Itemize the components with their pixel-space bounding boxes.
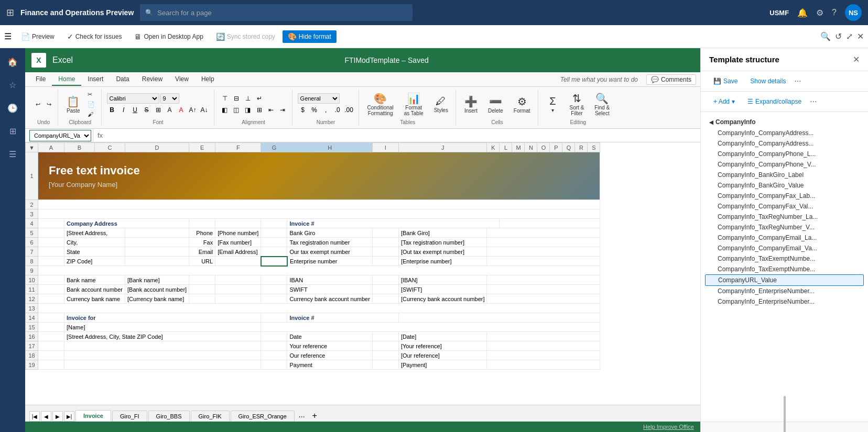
close-toolbar-icon[interactable]: ✕ <box>857 31 864 41</box>
cell-19a[interactable] <box>38 360 64 370</box>
cell-11i[interactable] <box>372 285 398 294</box>
align-top-button[interactable]: ⊤ <box>220 93 230 104</box>
refresh-icon[interactable]: ↺ <box>835 31 842 41</box>
merge-button[interactable]: ⊞ <box>254 105 265 115</box>
cell-styles-button[interactable]: 🖊 Styles <box>431 94 451 114</box>
tree-item-3[interactable]: CompanyInfo_CompanyPhone_V... <box>701 159 868 170</box>
indent-inc-button[interactable]: ⇥ <box>277 105 288 115</box>
tree-item-6[interactable]: CompanyInfo_CompanyFax_Lab... <box>701 191 868 201</box>
cell-16g[interactable] <box>261 332 287 341</box>
col-header-p[interactable]: P <box>550 143 562 152</box>
cell-5a[interactable] <box>38 228 64 238</box>
cell-5d[interactable] <box>125 228 189 238</box>
tree-item-1[interactable]: CompanyInfo_CompanyAddress... <box>701 138 868 149</box>
comments-button[interactable]: 💬 Comments <box>646 74 696 85</box>
tab-nav-prev[interactable]: ◀ <box>41 411 51 422</box>
cell-5i[interactable] <box>372 228 398 238</box>
tab-giro-fi[interactable]: Giro_FI <box>112 411 147 422</box>
cell-15a[interactable] <box>38 323 64 332</box>
cell-5f[interactable]: [Phone number] <box>215 228 261 238</box>
cell-5rest[interactable] <box>487 228 600 238</box>
panel-save-button[interactable]: 💾 Save <box>709 75 742 87</box>
cell-15b[interactable]: [Name] <box>64 323 261 332</box>
col-header-h[interactable]: H <box>287 143 372 152</box>
underline-button[interactable]: U <box>130 105 140 115</box>
tab-data[interactable]: Data <box>110 73 135 86</box>
italic-button[interactable]: I <box>118 105 129 115</box>
col-header-b[interactable]: B <box>64 143 95 152</box>
cell-11f[interactable] <box>215 285 261 294</box>
cell-6d[interactable] <box>125 238 189 247</box>
search-input[interactable] <box>157 9 407 17</box>
expand-collapse-button[interactable]: ☰ Expand/collapse <box>743 96 806 107</box>
tree-item-7[interactable]: CompanyInfo_CompanyFax_Val... <box>701 201 868 212</box>
cell-10b[interactable]: Bank name <box>64 275 125 285</box>
cell-19h[interactable]: Payment <box>287 360 372 370</box>
percent-button[interactable]: % <box>309 105 320 115</box>
cell-6e[interactable]: Fax <box>189 238 215 247</box>
cell-5e[interactable]: Phone <box>189 228 215 238</box>
col-header-i[interactable]: I <box>372 143 398 152</box>
cell-5b[interactable]: [Street Address, <box>64 228 125 238</box>
row-2-cell[interactable] <box>38 200 600 209</box>
cell-5h[interactable]: Bank Giro <box>287 228 372 238</box>
align-center-button[interactable]: ◫ <box>231 105 242 115</box>
cell-4h[interactable]: Invoice # <box>287 219 500 228</box>
cell-19i[interactable] <box>372 360 398 370</box>
insert-button[interactable]: ➕ Insert <box>461 94 481 115</box>
cell-17b[interactable] <box>64 341 261 351</box>
cell-11d[interactable]: [Bank account number] <box>125 285 189 294</box>
avatar[interactable]: NS <box>845 4 862 21</box>
tree-item-16[interactable]: CompanyInfo_EnterpriseNumber... <box>701 296 868 307</box>
copy-button[interactable]: 📄 <box>85 100 97 109</box>
cell-8e[interactable]: URL <box>189 257 215 266</box>
cell-12i[interactable] <box>372 294 398 304</box>
cell-19b[interactable] <box>64 360 261 370</box>
increase-decimal-button[interactable]: .00 <box>344 105 354 115</box>
cell-6i[interactable] <box>372 238 398 247</box>
col-header-f[interactable]: F <box>215 143 261 152</box>
cell-12g[interactable] <box>261 294 287 304</box>
sidebar-history-icon[interactable]: 🕒 <box>3 98 22 117</box>
comma-button[interactable]: , <box>321 105 331 115</box>
bold-button[interactable]: B <box>107 105 117 115</box>
sidebar-home-icon[interactable]: 🏠 <box>3 52 22 71</box>
format-painter-button[interactable]: 🖌 <box>85 110 97 118</box>
cell-16rest[interactable] <box>487 332 600 341</box>
sidebar-list-icon[interactable]: ☰ <box>3 145 22 163</box>
cell-8g-selected[interactable] <box>261 257 287 266</box>
open-desktop-button[interactable]: 🖥 Open in Desktop App <box>129 30 208 43</box>
search-toolbar-icon[interactable]: 🔍 <box>820 31 831 41</box>
cell-7f[interactable]: [Email Address] <box>215 247 261 257</box>
cell-10f[interactable] <box>215 275 261 285</box>
cell-10j[interactable]: [IBAN] <box>398 275 487 285</box>
cell-17rest[interactable] <box>487 341 600 351</box>
redo-button[interactable]: ↪ <box>45 100 53 109</box>
currency-button[interactable]: $ <box>298 105 308 115</box>
cell-7rest[interactable] <box>487 247 600 257</box>
col-header-j[interactable]: J <box>398 143 487 152</box>
font-color-button[interactable]: A <box>176 105 187 115</box>
cell-18rest[interactable] <box>487 351 600 360</box>
cell-10e[interactable] <box>189 275 215 285</box>
col-header-n[interactable]: N <box>525 143 537 152</box>
cell-7g[interactable] <box>261 247 287 257</box>
cell-16h[interactable]: Date <box>287 332 372 341</box>
increase-font-button[interactable]: A↑ <box>188 105 198 115</box>
cell-7e[interactable]: Email <box>189 247 215 257</box>
cell-17i[interactable] <box>372 341 398 351</box>
expand-more-icon[interactable]: ··· <box>810 97 817 106</box>
cell-12d[interactable]: [Currency bank name] <box>125 294 189 304</box>
bell-icon[interactable]: 🔔 <box>797 8 808 18</box>
decrease-decimal-button[interactable]: .0 <box>332 105 343 115</box>
row-3-cell[interactable] <box>38 209 600 219</box>
cell-16j[interactable]: [Date] <box>398 332 487 341</box>
cell-6g[interactable] <box>261 238 287 247</box>
cell-11j[interactable]: [SWIFT] <box>398 285 487 294</box>
cell-8a[interactable] <box>38 257 64 266</box>
cell-6b[interactable]: City, <box>64 238 125 247</box>
cell-12f[interactable] <box>215 294 261 304</box>
spreadsheet-container[interactable]: ▼ A B C D E F G H I J K L M N <box>25 142 700 405</box>
formula-input[interactable] <box>107 132 700 139</box>
add-button[interactable]: + Add ▾ <box>709 96 739 107</box>
